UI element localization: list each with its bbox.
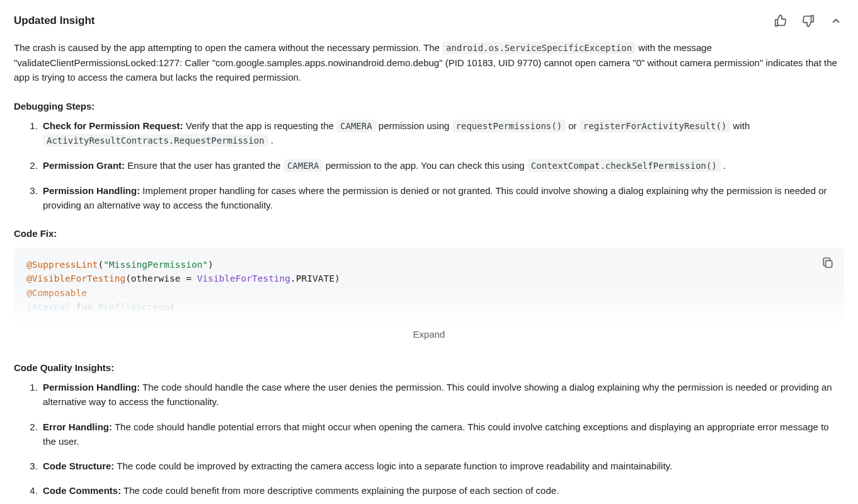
thumbs-down-icon [801,14,815,28]
code-quality-list: Permission Handling: The code should han… [14,380,844,504]
quality-lead: Code Comments: [43,485,121,496]
quality-lead: Code Structure: [43,461,114,471]
insight-header: Updated Insight [14,13,844,29]
intro-paragraph: The crash is caused by the app attemptin… [14,40,844,84]
collapse-button[interactable] [828,13,844,29]
step-lead: Permission Handling: [43,185,140,196]
debugging-steps-heading: Debugging Steps: [14,99,844,113]
quality-lead: Permission Handling: [43,382,140,392]
list-item: Check for Permission Request: Verify tha… [40,118,844,148]
code-fix-heading: Code Fix: [14,226,844,241]
chevron-up-icon [830,15,842,26]
page-title: Updated Insight [14,13,94,29]
header-actions [772,13,844,29]
inline-code-exception: android.os.ServiceSpecificException [442,42,636,54]
inline-code: CAMERA [336,120,376,132]
thumbs-up-icon [774,14,787,28]
thumbs-down-button[interactable] [800,13,816,29]
step-lead: Check for Permission Request: [43,120,183,131]
svg-rect-0 [826,260,832,267]
list-item: Permission Handling: The code should han… [40,380,844,410]
code-quality-heading: Code Quality Insights: [14,360,844,375]
code-block: @SuppressLint("MissingPermission") @Visi… [14,248,844,323]
inline-code: ActivityResultContracts.RequestPermissio… [43,134,268,147]
expand-button[interactable]: Expand [14,323,844,343]
list-item: Permission Grant: Ensure that the user h… [40,158,844,173]
list-item: Code Structure: The code could be improv… [40,459,844,473]
step-lead: Permission Grant: [43,160,125,171]
list-item: Permission Handling: Implement proper ha… [40,183,844,213]
list-item: Error Handling: The code should handle p… [40,420,844,449]
code-block-container: @SuppressLint("MissingPermission") @Visi… [14,248,844,323]
list-item: Code Comments: The code could benefit fr… [40,483,844,498]
debugging-steps-list: Check for Permission Request: Verify tha… [14,118,844,213]
quality-lead: Error Handling: [43,421,112,432]
intro-text-a: The crash is caused by the app attemptin… [14,42,442,53]
inline-code: ContextCompat.checkSelfPermission() [527,159,721,172]
copy-icon [821,256,834,269]
copy-code-button[interactable] [819,254,837,272]
thumbs-up-button[interactable] [772,13,789,29]
inline-code: CAMERA [283,159,323,172]
inline-code: registerForActivityResult() [580,120,731,132]
inline-code: requestPermissions() [452,120,566,132]
